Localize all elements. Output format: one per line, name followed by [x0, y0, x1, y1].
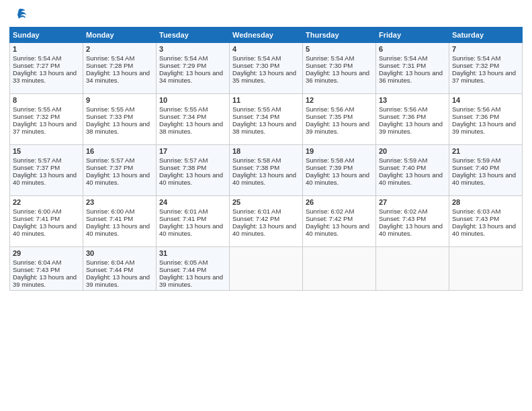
sunset-text: Sunset: 7:38 PM — [159, 164, 206, 171]
sunrise-text: Sunrise: 5:57 AM — [159, 156, 208, 164]
daylight-text: Daylight: 13 hours and 39 minutes. — [452, 120, 516, 135]
calendar-cell: 20Sunrise: 5:59 AMSunset: 7:40 PMDayligh… — [376, 145, 449, 196]
sunset-text: Sunset: 7:44 PM — [159, 266, 206, 273]
day-number: 2 — [86, 45, 153, 53]
day-number: 16 — [86, 147, 153, 155]
sunset-text: Sunset: 7:32 PM — [13, 113, 60, 120]
calendar-cell: 21Sunrise: 5:59 AMSunset: 7:40 PMDayligh… — [449, 145, 523, 196]
daylight-text: Daylight: 13 hours and 40 minutes. — [379, 222, 443, 237]
daylight-text: Daylight: 13 hours and 36 minutes. — [379, 69, 443, 84]
day-number: 12 — [306, 96, 373, 104]
calendar-cell: 4Sunrise: 5:54 AMSunset: 7:30 PMDaylight… — [230, 43, 303, 94]
daylight-text: Daylight: 13 hours and 40 minutes. — [159, 222, 223, 237]
sunset-text: Sunset: 7:31 PM — [379, 62, 426, 69]
day-number: 13 — [379, 96, 446, 104]
calendar-cell: 9Sunrise: 5:55 AMSunset: 7:33 PMDaylight… — [83, 94, 157, 145]
sunset-text: Sunset: 7:37 PM — [13, 164, 60, 171]
sunset-text: Sunset: 7:42 PM — [306, 215, 353, 222]
sunrise-text: Sunrise: 5:55 AM — [232, 105, 281, 113]
sunrise-text: Sunrise: 6:05 AM — [159, 259, 208, 266]
calendar-cell: 22Sunrise: 6:00 AMSunset: 7:41 PMDayligh… — [10, 196, 83, 247]
sunset-text: Sunset: 7:39 PM — [306, 164, 353, 171]
sunrise-text: Sunrise: 5:55 AM — [13, 105, 61, 113]
sunset-text: Sunset: 7:38 PM — [232, 164, 279, 171]
day-number: 9 — [86, 96, 153, 104]
calendar-table: SundayMondayTuesdayWednesdayThursdayFrid… — [9, 27, 523, 291]
calendar-cell: 16Sunrise: 5:57 AMSunset: 7:37 PMDayligh… — [83, 145, 157, 196]
calendar-cell: 5Sunrise: 5:54 AMSunset: 7:30 PMDaylight… — [303, 43, 376, 94]
sunset-text: Sunset: 7:41 PM — [86, 215, 133, 222]
sunrise-text: Sunrise: 5:54 AM — [159, 54, 208, 62]
daylight-text: Daylight: 13 hours and 38 minutes. — [159, 120, 223, 135]
sunset-text: Sunset: 7:34 PM — [232, 113, 279, 120]
daylight-text: Daylight: 13 hours and 35 minutes. — [232, 69, 296, 84]
calendar-cell — [303, 247, 376, 291]
day-number: 3 — [159, 45, 226, 53]
day-number: 20 — [379, 147, 446, 155]
calendar-cell: 23Sunrise: 6:00 AMSunset: 7:41 PMDayligh… — [83, 196, 157, 247]
sunrise-text: Sunrise: 5:54 AM — [379, 54, 427, 62]
sunrise-text: Sunrise: 5:55 AM — [86, 105, 134, 113]
calendar-cell: 17Sunrise: 5:57 AMSunset: 7:38 PMDayligh… — [157, 145, 230, 196]
day-number: 4 — [232, 45, 300, 53]
calendar-cell — [230, 247, 303, 291]
calendar-cell: 26Sunrise: 6:02 AMSunset: 7:42 PMDayligh… — [303, 196, 376, 247]
calendar-cell: 19Sunrise: 5:58 AMSunset: 7:39 PMDayligh… — [303, 145, 376, 196]
sunset-text: Sunset: 7:30 PM — [306, 62, 353, 69]
daylight-text: Daylight: 13 hours and 40 minutes. — [86, 171, 150, 186]
daylight-text: Daylight: 13 hours and 40 minutes. — [379, 171, 443, 186]
daylight-text: Daylight: 13 hours and 40 minutes. — [306, 222, 369, 237]
calendar-cell: 18Sunrise: 5:58 AMSunset: 7:38 PMDayligh… — [230, 145, 303, 196]
daylight-text: Daylight: 13 hours and 39 minutes. — [86, 273, 150, 288]
daylight-text: Daylight: 13 hours and 39 minutes. — [159, 273, 223, 288]
calendar-week-1: 1Sunrise: 5:54 AMSunset: 7:27 PMDaylight… — [10, 43, 523, 94]
sunset-text: Sunset: 7:27 PM — [13, 62, 60, 69]
daylight-text: Daylight: 13 hours and 40 minutes. — [452, 171, 516, 186]
sunset-text: Sunset: 7:43 PM — [13, 266, 60, 273]
daylight-text: Daylight: 13 hours and 40 minutes. — [86, 222, 150, 237]
sunrise-text: Sunrise: 6:02 AM — [379, 208, 427, 215]
calendar-body: 1Sunrise: 5:54 AMSunset: 7:27 PMDaylight… — [10, 43, 523, 291]
calendar-cell: 25Sunrise: 6:01 AMSunset: 7:42 PMDayligh… — [230, 196, 303, 247]
sunset-text: Sunset: 7:30 PM — [232, 62, 279, 69]
sunrise-text: Sunrise: 6:02 AM — [306, 208, 354, 215]
sunset-text: Sunset: 7:42 PM — [232, 215, 279, 222]
day-number: 22 — [13, 198, 80, 206]
day-header-friday: Friday — [376, 28, 449, 43]
calendar-cell: 12Sunrise: 5:56 AMSunset: 7:35 PMDayligh… — [303, 94, 376, 145]
day-header-thursday: Thursday — [303, 28, 376, 43]
day-number: 6 — [379, 45, 446, 53]
daylight-text: Daylight: 13 hours and 40 minutes. — [232, 171, 296, 186]
sunrise-text: Sunrise: 6:00 AM — [86, 208, 134, 215]
daylight-text: Daylight: 13 hours and 40 minutes. — [232, 222, 296, 237]
sunset-text: Sunset: 7:32 PM — [452, 62, 499, 69]
sunrise-text: Sunrise: 5:59 AM — [452, 156, 500, 164]
calendar-cell: 8Sunrise: 5:55 AMSunset: 7:32 PMDaylight… — [10, 94, 83, 145]
daylight-text: Daylight: 13 hours and 40 minutes. — [306, 171, 369, 186]
sunset-text: Sunset: 7:35 PM — [306, 113, 353, 120]
calendar-week-2: 8Sunrise: 5:55 AMSunset: 7:32 PMDaylight… — [10, 94, 523, 145]
calendar-cell: 24Sunrise: 6:01 AMSunset: 7:41 PMDayligh… — [157, 196, 230, 247]
sunset-text: Sunset: 7:33 PM — [86, 113, 133, 120]
day-header-saturday: Saturday — [449, 28, 523, 43]
daylight-text: Daylight: 13 hours and 40 minutes. — [13, 171, 77, 186]
calendar-cell: 7Sunrise: 5:54 AMSunset: 7:32 PMDaylight… — [449, 43, 523, 94]
day-number: 18 — [232, 147, 300, 155]
sunrise-text: Sunrise: 6:01 AM — [159, 208, 208, 215]
logo — [9, 8, 27, 21]
sunset-text: Sunset: 7:28 PM — [86, 62, 133, 69]
daylight-text: Daylight: 13 hours and 37 minutes. — [13, 120, 77, 135]
daylight-text: Daylight: 13 hours and 37 minutes. — [452, 69, 516, 84]
daylight-text: Daylight: 13 hours and 34 minutes. — [86, 69, 150, 84]
sunset-text: Sunset: 7:37 PM — [86, 164, 133, 171]
day-number: 1 — [13, 45, 80, 53]
sunrise-text: Sunrise: 6:01 AM — [232, 208, 281, 215]
daylight-text: Daylight: 13 hours and 40 minutes. — [159, 171, 223, 186]
day-number: 26 — [306, 198, 373, 206]
header — [9, 8, 523, 21]
calendar-cell: 11Sunrise: 5:55 AMSunset: 7:34 PMDayligh… — [230, 94, 303, 145]
daylight-text: Daylight: 13 hours and 34 minutes. — [159, 69, 223, 84]
day-number: 28 — [452, 198, 519, 206]
daylight-text: Daylight: 13 hours and 38 minutes. — [86, 120, 150, 135]
sunset-text: Sunset: 7:36 PM — [452, 113, 499, 120]
